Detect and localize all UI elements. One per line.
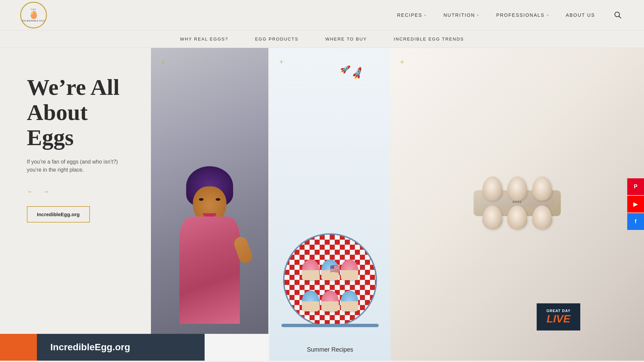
sub-nav-egg-products[interactable]: EGG PRODUCTS bbox=[255, 37, 298, 42]
plate-border bbox=[281, 324, 379, 327]
plus-marker-3: + bbox=[400, 57, 405, 66]
carousel-arrows: ← → bbox=[27, 187, 131, 196]
person-figure bbox=[176, 166, 243, 334]
pinterest-button[interactable]: P bbox=[627, 178, 644, 195]
plus-marker-1: + bbox=[161, 58, 166, 67]
logo-circle: the 🥚 INCREDIBLE EGG bbox=[20, 2, 47, 28]
nav-recipes[interactable]: RECIPES ▾ bbox=[397, 12, 427, 18]
next-arrow-button[interactable]: → bbox=[42, 187, 50, 196]
great-day-live-badge[interactable]: GREAT DAY LIVE bbox=[537, 303, 580, 330]
great-day-text: GREAT DAY bbox=[543, 309, 574, 313]
banner-orange-accent bbox=[0, 334, 37, 361]
chevron-down-icon: ▾ bbox=[424, 13, 427, 17]
banner-url-area: IncredibleEgg.org bbox=[37, 334, 205, 361]
logo-bottom-text: INCREDIBLE EGG bbox=[22, 19, 45, 22]
hero-title: We’re All About Eggs bbox=[27, 75, 131, 150]
slide-card-2[interactable]: + 🚀 🚀 🇺🇸 bbox=[270, 48, 390, 361]
search-button[interactable] bbox=[612, 9, 624, 21]
social-sidebar: P ▶ f bbox=[627, 178, 644, 231]
slide-card-1[interactable]: + The Egg Dish Bat bbox=[151, 48, 268, 361]
sub-nav-why-real-eggs[interactable]: WHY REAL EGGS? bbox=[180, 37, 228, 42]
nav-about-us[interactable]: ABOUT US bbox=[566, 12, 595, 18]
egg-icon: 🥚 bbox=[29, 11, 38, 19]
main-content: We’re All About Eggs If you’re a fan of … bbox=[0, 48, 644, 361]
live-text: LIVE bbox=[543, 313, 574, 325]
sub-nav: WHY REAL EGGS? EGG PRODUCTS WHERE TO BUY… bbox=[0, 30, 644, 48]
facebook-button[interactable]: f bbox=[627, 213, 644, 230]
sub-nav-egg-trends[interactable]: INCREDIBLE EGG TRENDS bbox=[394, 37, 464, 42]
person-body bbox=[179, 217, 240, 324]
logo[interactable]: the 🥚 INCREDIBLE EGG bbox=[20, 2, 47, 28]
hero-subtitle: If you’re a fan of eggs (and who isn’t?)… bbox=[27, 158, 131, 174]
main-nav: RECIPES ▾ NUTRITION ▾ PROFESSIONALS ▾ AB… bbox=[397, 9, 624, 21]
bottom-banner: IncredibleEgg.org bbox=[0, 334, 644, 361]
nav-professionals[interactable]: PROFESSIONALS ▾ bbox=[496, 12, 549, 18]
svg-line-1 bbox=[619, 16, 621, 18]
youtube-button[interactable]: ▶ bbox=[627, 196, 644, 213]
plus-marker-2: + bbox=[279, 57, 284, 66]
cta-url-button[interactable]: IncredibleEgg.org bbox=[27, 206, 90, 223]
flag-decoration: 🇺🇸 bbox=[330, 264, 340, 274]
nav-nutrition[interactable]: NUTRITION ▾ bbox=[443, 12, 479, 18]
rocket-2-decoration: 🚀 bbox=[339, 64, 351, 75]
chevron-down-icon: ▾ bbox=[477, 13, 479, 17]
youtube-icon: ▶ bbox=[633, 200, 638, 208]
site-url-display: IncredibleEgg.org bbox=[50, 342, 130, 353]
hero-text-area: We’re All About Eggs If you’re a fan of … bbox=[0, 48, 151, 361]
cupcakes-group bbox=[290, 248, 370, 322]
eggs-grid bbox=[481, 175, 553, 231]
logo-top-text: the bbox=[31, 8, 37, 11]
facebook-icon: f bbox=[635, 219, 636, 225]
egg-carton: EGGS bbox=[474, 190, 561, 216]
chevron-down-icon: ▾ bbox=[547, 13, 549, 17]
header: the 🥚 INCREDIBLE EGG RECIPES ▾ NUTRITION… bbox=[0, 0, 644, 30]
slide-card-3[interactable]: + EGGS bbox=[390, 48, 644, 361]
sub-nav-where-to-buy[interactable]: WHERE TO BUY bbox=[325, 37, 367, 42]
prev-arrow-button[interactable]: ← bbox=[27, 187, 34, 196]
pinterest-icon: P bbox=[634, 184, 638, 190]
